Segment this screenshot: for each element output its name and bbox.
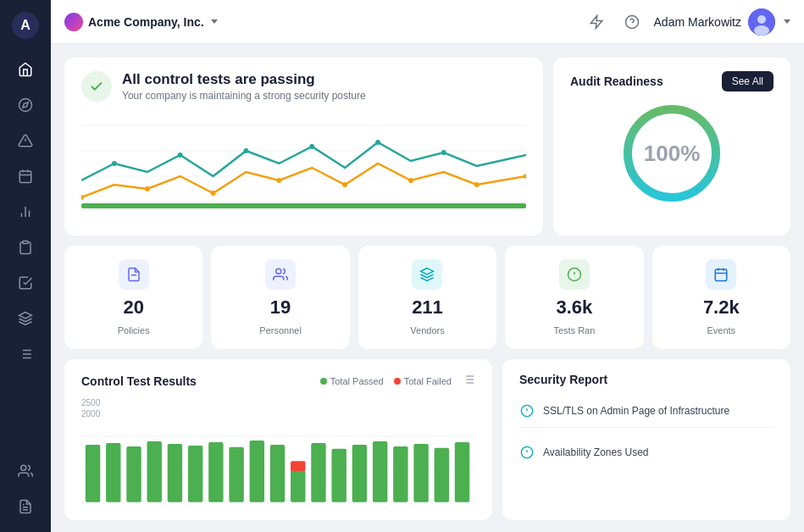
report-item-text-0: SSL/TLS on Admin Page of Infrastructure	[543, 405, 729, 417]
security-report-title: Security Report	[519, 373, 774, 386]
svg-point-37	[276, 178, 281, 183]
policies-label: Policies	[118, 325, 150, 335]
audit-card: Audit Readiness See All	[553, 58, 790, 236]
svg-point-29	[754, 25, 769, 36]
svg-marker-14	[19, 313, 32, 319]
svg-rect-13	[23, 241, 28, 244]
svg-marker-24	[591, 15, 602, 28]
svg-rect-48	[81, 203, 526, 208]
status-header: All control tests are passing Your compa…	[81, 71, 526, 102]
svg-point-40	[474, 182, 480, 187]
svg-marker-3	[23, 103, 28, 108]
stat-card-personnel: 19 Personnel	[211, 246, 349, 349]
sidebar: A	[0, 0, 51, 532]
stat-card-vendors: 211 Vendors	[358, 246, 496, 349]
topbar: Acme Company, Inc. Adam Markowitz	[51, 0, 804, 44]
svg-rect-89	[455, 442, 469, 502]
legend-dot-failed	[394, 378, 401, 385]
bar-chart-container: 2500 2000	[81, 398, 475, 507]
sidebar-item-clipboard[interactable]	[10, 232, 41, 263]
status-title: All control tests are passing	[122, 71, 366, 88]
svg-rect-85	[373, 441, 387, 502]
tests-value: 3.6k	[556, 296, 592, 319]
svg-rect-86	[393, 446, 408, 502]
svg-rect-77	[229, 447, 243, 502]
stat-card-events: 7.2k Events	[652, 246, 790, 349]
svg-point-42	[112, 161, 117, 166]
svg-rect-84	[352, 445, 367, 502]
events-label: Events	[707, 325, 735, 335]
y-label-2000: 2000	[81, 409, 475, 418]
app-logo[interactable]: A	[10, 10, 41, 41]
line-chart	[81, 108, 526, 222]
company-selector[interactable]: Acme Company, Inc.	[64, 13, 218, 31]
security-report-card: Security Report SSL/TLS on Admin Page of…	[502, 359, 790, 520]
svg-marker-53	[421, 269, 434, 275]
svg-rect-70	[86, 445, 100, 502]
sidebar-item-calendar[interactable]	[10, 161, 41, 191]
legend-passed-label: Total Passed	[330, 376, 384, 386]
svg-point-21	[21, 465, 26, 470]
svg-point-36	[211, 191, 216, 196]
svg-point-35	[145, 186, 150, 191]
svg-rect-80	[291, 469, 305, 502]
events-icon	[706, 259, 736, 290]
vendors-label: Vendors	[410, 325, 444, 335]
company-chevron-icon	[211, 19, 218, 24]
main-content: Acme Company, Inc. Adam Markowitz	[51, 0, 804, 532]
svg-rect-74	[168, 444, 182, 502]
sidebar-item-chart[interactable]	[10, 197, 41, 227]
svg-point-44	[244, 148, 249, 153]
svg-point-28	[757, 15, 766, 24]
bottom-row: Control Test Results Total Passed Total …	[64, 359, 790, 520]
audit-percentage: 100%	[644, 141, 701, 167]
svg-rect-57	[716, 269, 728, 281]
see-all-button[interactable]: See All	[722, 71, 774, 91]
report-status-icon-1	[519, 445, 535, 460]
vendors-icon	[412, 259, 442, 290]
svg-rect-79	[270, 445, 285, 502]
top-row: All control tests are passing Your compa…	[64, 58, 790, 236]
status-icon	[81, 71, 112, 102]
sidebar-item-compass[interactable]	[10, 90, 41, 120]
svg-point-39	[408, 178, 413, 183]
sidebar-item-alert[interactable]	[10, 125, 41, 156]
chart-menu-button[interactable]	[462, 373, 475, 390]
svg-rect-78	[250, 441, 264, 502]
help-button[interactable]	[618, 8, 646, 36]
sidebar-item-check[interactable]	[10, 268, 41, 298]
sidebar-item-layers[interactable]	[10, 303, 41, 334]
company-name: Acme Company, Inc.	[88, 15, 204, 29]
vendors-value: 211	[412, 296, 443, 319]
personnel-label: Personnel	[259, 325, 302, 335]
legend-dot-passed	[320, 378, 327, 385]
audit-title: Audit Readiness	[570, 75, 663, 88]
sidebar-item-home[interactable]	[10, 54, 41, 85]
audit-donut-chart: 100%	[617, 98, 727, 208]
control-title: Control Test Results	[81, 374, 197, 388]
svg-rect-81	[291, 461, 305, 471]
svg-rect-76	[208, 442, 223, 502]
sidebar-item-list[interactable]	[10, 339, 41, 369]
stat-card-tests: 3.6k Tests Ran	[505, 246, 643, 349]
policies-value: 20	[123, 296, 143, 319]
status-subtitle: Your company is maintaining a strong sec…	[122, 90, 366, 102]
legend-passed: Total Passed	[320, 376, 384, 386]
svg-point-45	[309, 144, 314, 149]
stats-row: 20 Policies 19 Personnel	[64, 246, 790, 349]
svg-rect-73	[147, 441, 162, 502]
report-item-0[interactable]: SSL/TLS on Admin Page of Infrastructure	[519, 395, 774, 428]
report-item-1[interactable]: Availability Zones Used	[519, 436, 774, 468]
svg-point-46	[375, 140, 380, 145]
sidebar-item-docs[interactable]	[10, 491, 41, 522]
report-item-text-1: Availability Zones Used	[543, 446, 649, 458]
control-test-card: Control Test Results Total Passed Total …	[64, 359, 492, 520]
sidebar-item-users[interactable]	[10, 456, 41, 486]
lightning-button[interactable]	[583, 8, 610, 36]
svg-text:A: A	[20, 18, 30, 32]
svg-rect-83	[331, 449, 346, 502]
report-status-icon-0	[519, 403, 535, 418]
user-menu[interactable]: Adam Markowitz	[654, 8, 790, 36]
svg-point-47	[441, 150, 446, 155]
svg-point-2	[19, 99, 32, 112]
